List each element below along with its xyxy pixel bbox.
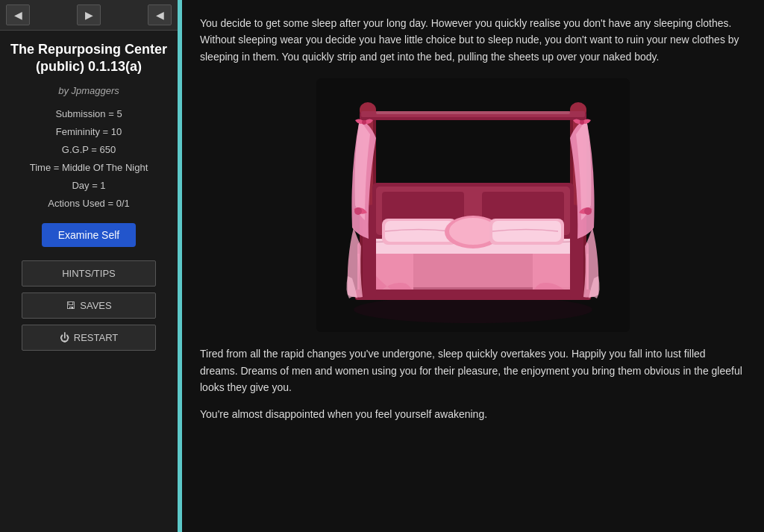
story-text-top: You decide to get some sleep after your … bbox=[200, 15, 746, 65]
story-paragraph-3: You're almost disappointed when you feel… bbox=[200, 406, 746, 422]
svg-rect-6 bbox=[355, 290, 591, 300]
svg-point-20 bbox=[584, 207, 592, 215]
stat-day: Day = 1 bbox=[0, 177, 178, 195]
svg-rect-33 bbox=[376, 111, 570, 114]
restart-icon: ⏻ bbox=[60, 332, 69, 343]
stat-time: Time = Middle Of The Night bbox=[0, 159, 178, 177]
restart-button[interactable]: ⏻ RESTART bbox=[22, 325, 156, 351]
story-paragraph-2: Tired from all the rapid changes you've … bbox=[200, 345, 746, 395]
sidebar: ◀ ▶ ◀ The Repurposing Center (public) 0.… bbox=[0, 0, 178, 532]
stat-ggp: G.G.P = 650 bbox=[0, 141, 178, 159]
game-title: The Repurposing Center (public) 0.1.13(a… bbox=[7, 41, 170, 76]
restart-label: RESTART bbox=[74, 332, 118, 343]
stat-submission: Submission = 5 bbox=[0, 105, 178, 123]
svg-point-32 bbox=[580, 120, 584, 125]
menu-button[interactable]: ◀ bbox=[148, 4, 172, 25]
nav-bar: ◀ ▶ ◀ bbox=[0, 0, 178, 31]
svg-rect-30 bbox=[492, 221, 561, 242]
svg-rect-26 bbox=[385, 221, 454, 242]
bed-image-container bbox=[200, 78, 746, 332]
examine-self-button[interactable]: Examine Self bbox=[42, 223, 136, 247]
saves-button[interactable]: 🖫 SAVES bbox=[22, 292, 156, 319]
main-content: You decide to get some sleep after your … bbox=[178, 0, 764, 532]
saves-icon: 🖫 bbox=[66, 300, 75, 311]
author-label: by Jpmaggers bbox=[58, 85, 119, 96]
stat-actions: Actions Used = 0/1 bbox=[0, 195, 178, 213]
svg-point-19 bbox=[354, 207, 362, 215]
hints-label: HINTS/TIPS bbox=[62, 268, 116, 279]
back-button[interactable]: ◀ bbox=[6, 4, 30, 25]
svg-point-1 bbox=[354, 296, 592, 323]
hints-tips-button[interactable]: HINTS/TIPS bbox=[22, 260, 156, 287]
forward-button[interactable]: ▶ bbox=[77, 4, 101, 25]
stat-femininity: Femininity = 10 bbox=[0, 123, 178, 141]
bed-illustration bbox=[316, 78, 630, 332]
story-text-bottom: Tired from all the rapid changes you've … bbox=[200, 345, 746, 423]
svg-point-31 bbox=[362, 120, 366, 125]
stats-panel: Submission = 5 Femininity = 10 G.G.P = 6… bbox=[0, 105, 178, 213]
saves-label: SAVES bbox=[80, 300, 111, 311]
